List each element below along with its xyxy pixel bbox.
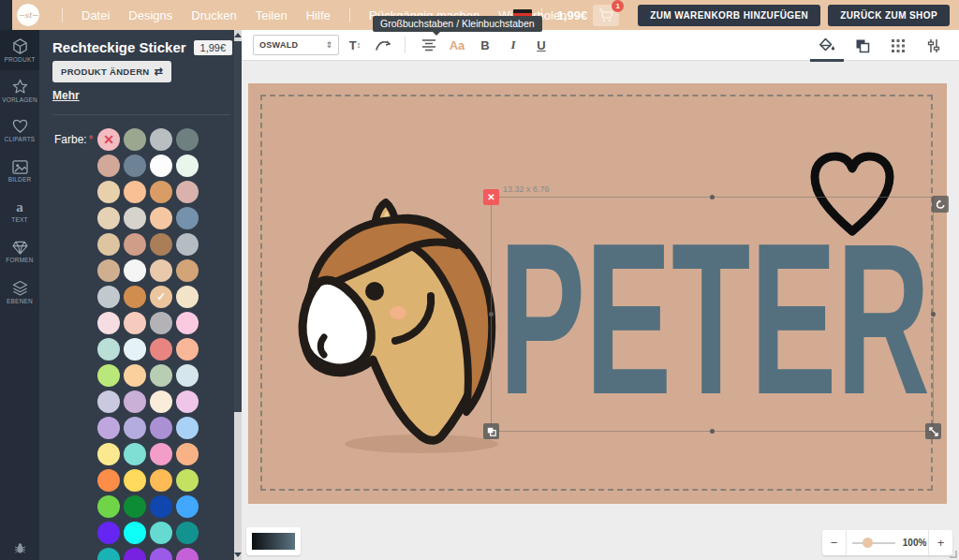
grid-button[interactable] (886, 34, 910, 58)
canvas-resize-grip[interactable] (950, 551, 957, 558)
bug-report-icon[interactable] (0, 542, 39, 554)
color-swatch[interactable] (176, 181, 199, 203)
color-swatch[interactable] (176, 443, 199, 465)
color-swatch[interactable] (124, 259, 146, 282)
color-swatch[interactable] (150, 207, 172, 229)
design-canvas[interactable]: PETER 13.32 x 6.76 ✕ (242, 61, 959, 560)
color-swatch[interactable] (150, 417, 172, 439)
color-swatch[interactable] (124, 155, 146, 177)
color-swatch[interactable] (97, 495, 120, 518)
menu-item-datei[interactable]: Datei (81, 8, 110, 22)
color-swatch[interactable] (150, 181, 172, 203)
color-swatch[interactable] (150, 312, 172, 334)
font-size-button[interactable]: T↕ (343, 33, 367, 57)
arrange-layers-button[interactable] (850, 34, 875, 58)
bold-button[interactable]: B (473, 33, 497, 57)
color-swatch[interactable] (124, 233, 146, 256)
color-swatch[interactable] (150, 443, 172, 465)
color-swatch[interactable] (176, 469, 199, 492)
more-link[interactable]: Mehr (52, 89, 80, 102)
delete-handle[interactable]: ✕ (483, 189, 499, 205)
shop-logo[interactable]: ~st~ (16, 3, 40, 27)
color-swatch[interactable] (97, 181, 120, 203)
text-align-button[interactable] (417, 33, 441, 57)
color-swatch[interactable] (176, 364, 199, 387)
resize-dot-right[interactable] (931, 312, 936, 317)
scroll-up-arrow[interactable] (234, 33, 242, 37)
color-swatch[interactable] (97, 155, 120, 177)
color-swatch[interactable] (97, 364, 120, 387)
menu-item-hilfe[interactable]: Hilfe (306, 8, 331, 22)
color-swatch[interactable] (176, 391, 199, 413)
text-curve-button[interactable] (371, 33, 395, 57)
color-swatch[interactable] (176, 155, 199, 177)
color-swatch[interactable] (124, 128, 146, 151)
sidebar-item-vorlagen[interactable]: VORLAGEN (0, 70, 39, 111)
color-swatch[interactable] (97, 312, 120, 334)
menu-item-drucken[interactable]: Drucken (191, 8, 236, 22)
color-swatch[interactable] (97, 259, 120, 282)
color-swatch[interactable] (97, 469, 120, 492)
resize-dot-top[interactable] (710, 195, 715, 199)
uppercase-lowercase-button[interactable]: Aa (445, 33, 469, 57)
swatch-remove-color[interactable]: ✕ (97, 128, 120, 151)
color-swatch[interactable] (124, 338, 146, 361)
color-swatch[interactable] (97, 417, 120, 439)
color-swatch[interactable] (124, 312, 146, 334)
color-swatch[interactable] (97, 443, 120, 465)
resize-handle[interactable] (925, 423, 941, 439)
sidebar-item-ebenen[interactable]: EBENEN (0, 272, 39, 312)
back-to-shop-button[interactable]: ZURÜCK ZUM SHOP (828, 5, 950, 26)
sidebar-item-produkt[interactable]: PRODUKT (0, 30, 39, 70)
sidebar-item-formen[interactable]: FORMEN (0, 231, 39, 272)
sticker-artboard[interactable]: PETER 13.32 x 6.76 ✕ (248, 83, 947, 504)
resize-dot-left[interactable] (489, 312, 494, 317)
color-swatch[interactable] (124, 522, 146, 544)
color-swatch[interactable] (150, 128, 172, 151)
color-swatch[interactable] (150, 233, 172, 256)
sidebar-item-bilder[interactable]: BILDER (0, 151, 39, 191)
menu-item-teilen[interactable]: Teilen (256, 8, 288, 22)
color-swatch[interactable] (124, 443, 146, 465)
color-swatch[interactable] (176, 338, 199, 361)
color-swatch[interactable] (150, 522, 172, 544)
color-swatch[interactable] (176, 259, 199, 282)
menu-item-designs[interactable]: Designs (128, 8, 172, 22)
add-to-cart-button[interactable]: ZUM WARENKORB HINZUFÜGEN (638, 5, 820, 26)
color-swatch[interactable] (150, 548, 172, 560)
color-swatch[interactable] (97, 286, 120, 308)
color-swatch[interactable] (124, 364, 146, 387)
color-swatch[interactable] (97, 391, 120, 413)
color-swatch[interactable] (176, 286, 199, 308)
color-swatch[interactable] (97, 207, 120, 229)
color-swatch[interactable] (150, 155, 172, 177)
color-swatch[interactable] (176, 233, 199, 256)
color-swatch[interactable] (124, 391, 146, 413)
cart-button[interactable]: 1 (593, 5, 619, 26)
color-swatch[interactable] (150, 364, 172, 387)
color-swatch[interactable] (124, 495, 146, 518)
sidebar-item-text[interactable]: aTEXT (0, 191, 39, 231)
color-swatch[interactable] (97, 233, 120, 256)
color-swatch[interactable] (124, 181, 146, 203)
scroll-down-arrow[interactable] (234, 553, 242, 557)
color-swatch[interactable] (97, 548, 120, 560)
color-swatch[interactable] (176, 417, 199, 439)
zoom-slider-knob[interactable] (863, 538, 873, 548)
color-swatch[interactable] (124, 207, 146, 229)
fill-color-button[interactable] (815, 34, 839, 58)
italic-button[interactable]: I (501, 33, 525, 57)
text-color-preview[interactable] (246, 527, 301, 555)
color-swatch[interactable] (150, 391, 172, 413)
horse-clipart[interactable] (290, 199, 510, 459)
zoom-out-button[interactable]: − (822, 530, 846, 555)
color-swatch[interactable] (124, 417, 146, 439)
sidebar-item-cliparts[interactable]: CLIPARTS (0, 111, 39, 151)
color-swatch[interactable] (124, 548, 146, 560)
color-swatch[interactable] (176, 128, 199, 151)
panel-scrollbar[interactable] (234, 30, 242, 560)
text-selection-box[interactable]: 13.32 x 6.76 ✕ (491, 197, 934, 432)
color-swatch[interactable] (150, 259, 172, 282)
underline-button[interactable]: U (529, 33, 553, 57)
color-swatch[interactable] (97, 522, 120, 544)
